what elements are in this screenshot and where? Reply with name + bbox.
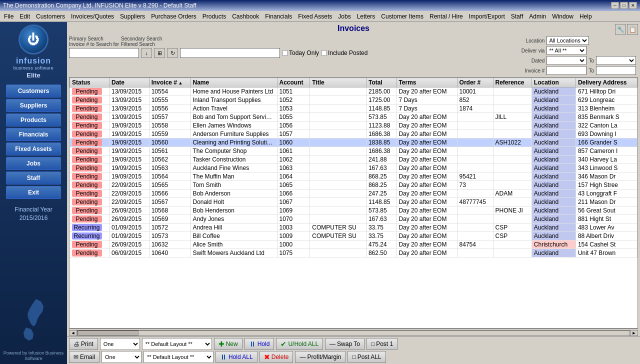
sidebar-item-jobs[interactable]: Jobs	[6, 157, 61, 170]
location-dropdown[interactable]: All Locations	[546, 36, 589, 45]
menu-item-financials[interactable]: Financials	[262, 12, 295, 21]
scroll-right-button[interactable]: ►	[630, 330, 638, 336]
table-row[interactable]: Pending13/09/201510556Action Travel10531…	[70, 104, 638, 113]
horizontal-scrollbar[interactable]: ◄ ►	[69, 328, 638, 336]
email-layout-select[interactable]: ** Default Layout **	[144, 351, 214, 363]
delete-button[interactable]: ✖ Delete	[260, 351, 294, 363]
col-reference[interactable]: Reference	[493, 78, 532, 88]
table-row[interactable]: Pending19/09/201510560Cleaning and Print…	[70, 138, 638, 147]
menu-item-rentalhire[interactable]: Rental / Hire	[426, 12, 466, 21]
uhold-all-button[interactable]: ✔ U/Hold ALL	[276, 338, 323, 350]
menu-item-jobs[interactable]: Jobs	[335, 12, 354, 21]
menu-item-purchaseorders[interactable]: Purchase Orders	[148, 12, 200, 21]
close-button[interactable]: ✕	[629, 2, 637, 9]
menu-item-help[interactable]: Help	[576, 12, 595, 21]
sidebar-item-suppliers[interactable]: Suppliers	[6, 99, 61, 112]
table-row[interactable]: Recurring01/09/201510572Andrea Hill1003C…	[70, 224, 638, 232]
menu-item-file[interactable]: File	[1, 12, 16, 21]
minimize-button[interactable]: ─	[611, 2, 619, 9]
table-row[interactable]: Pending13/09/201510554Home and House Pai…	[70, 88, 638, 96]
title-bar-buttons[interactable]: ─ □ ✕	[611, 2, 637, 9]
today-only-check[interactable]: Today Only	[282, 50, 319, 56]
new-button[interactable]: ✚ New	[214, 338, 242, 350]
deliver-via-dropdown[interactable]: ** All **	[546, 46, 586, 55]
table-row[interactable]: Pending19/09/201510563Auckland Fine Wine…	[70, 164, 638, 172]
post-all-button[interactable]: □ Post ALL	[348, 351, 386, 363]
col-total[interactable]: Total	[366, 78, 396, 88]
col-terms[interactable]: Terms	[396, 78, 457, 88]
table-row[interactable]: Pending06/09/201510640Swift Mowers Auckl…	[70, 249, 638, 258]
include-posted-check[interactable]: Include Posted	[321, 50, 368, 56]
dated-to-dropdown[interactable]	[596, 56, 636, 65]
menu-item-window[interactable]: Window	[549, 12, 576, 21]
table-row[interactable]: Pending22/09/201510565Tom Smith1065868.2…	[70, 181, 638, 190]
today-only-checkbox[interactable]	[282, 50, 288, 56]
scroll-track[interactable]	[77, 330, 630, 336]
swap-to-button[interactable]: — Swap To	[325, 338, 364, 350]
menu-item-staff[interactable]: Staff	[508, 12, 526, 21]
sidebar-item-fixed-assets[interactable]: Fixed Assets	[6, 142, 61, 156]
print-button[interactable]: Print	[69, 338, 98, 350]
sidebar-item-products[interactable]: Products	[6, 114, 61, 126]
print-quantity-select-1[interactable]: OneAll	[100, 338, 140, 350]
menu-item-suppliers[interactable]: Suppliers	[117, 12, 148, 21]
table-row[interactable]: Pending22/09/201510567Donald Holt1067114…	[70, 198, 638, 206]
table-row[interactable]: Pending26/09/201510632Alice Smith1000475…	[70, 240, 638, 249]
search-action-button[interactable]: ⊞	[154, 48, 165, 58]
hold-button[interactable]: ⏸ Hold	[244, 338, 274, 350]
menu-item-letters[interactable]: Letters	[354, 12, 378, 21]
col-name[interactable]: Name	[190, 78, 277, 88]
menu-item-products[interactable]: Products	[200, 12, 229, 21]
dated-from-dropdown[interactable]	[546, 56, 586, 65]
table-row[interactable]: Pending13/09/201510555Inland Transport S…	[70, 96, 638, 104]
menu-item-edit[interactable]: Edit	[16, 12, 33, 21]
search-sort-button[interactable]: ↓	[141, 48, 152, 58]
col-location[interactable]: Location	[532, 78, 576, 88]
sidebar-item-exit[interactable]: Exit	[6, 186, 61, 199]
table-row[interactable]: Pending19/09/201510562Tasker Constructio…	[70, 156, 638, 164]
print-layout-select-1[interactable]: ** Default Layout **	[142, 338, 212, 350]
invoice-num-to-input[interactable]	[596, 66, 636, 75]
table-row[interactable]: Recurring01/09/201510573Bill Coffee1009C…	[70, 232, 638, 240]
search-refresh-button[interactable]: ↻	[167, 48, 178, 58]
menu-item-customers[interactable]: Customers	[33, 12, 68, 21]
primary-search-input[interactable]	[69, 48, 139, 58]
table-row[interactable]: Pending22/09/201510566Bob Anderson106624…	[70, 190, 638, 198]
menu-item-admin[interactable]: Admin	[526, 12, 549, 21]
col-delivery[interactable]: Delivery Address	[576, 78, 637, 88]
toolbar-icon-2[interactable]: 📋	[627, 24, 638, 35]
table-row[interactable]: Pending19/09/201510558Ellen James Window…	[70, 122, 638, 130]
sidebar-item-financials[interactable]: Financials	[6, 128, 61, 141]
sidebar-item-staff[interactable]: Staff	[6, 172, 61, 184]
post1-button[interactable]: □ Post 1	[366, 338, 398, 350]
email-quantity-select[interactable]: OneAll	[102, 351, 142, 363]
table-row[interactable]: Pending26/09/201510568Bob Henderson10695…	[70, 206, 638, 215]
secondary-search-input[interactable]	[180, 48, 280, 58]
email-button[interactable]: Email	[69, 351, 100, 363]
menu-item-importexport[interactable]: Import/Export	[466, 12, 508, 21]
include-posted-checkbox[interactable]	[321, 50, 327, 56]
invoices-table-container[interactable]: Status Date Invoice # Name Account Title…	[69, 77, 638, 328]
maximize-button[interactable]: □	[620, 2, 628, 9]
col-invoice[interactable]: Invoice #	[149, 78, 190, 88]
invoice-num-from-input[interactable]	[546, 66, 586, 75]
table-row[interactable]: Pending19/09/201510559Anderson Furniture…	[70, 130, 638, 138]
table-row[interactable]: Pending19/09/201510564The Muffin Man1064…	[70, 172, 638, 181]
col-status[interactable]: Status	[70, 78, 110, 88]
scroll-left-button[interactable]: ◄	[69, 330, 77, 336]
profit-margin-button[interactable]: — Profit/Margin	[295, 351, 346, 363]
col-order[interactable]: Order #	[457, 78, 493, 88]
menu-item-cashbook[interactable]: Cashbook	[229, 12, 262, 21]
sidebar-item-customers[interactable]: Customers	[6, 84, 61, 98]
table-row[interactable]: Pending13/09/201510557Bob and Tom Suppor…	[70, 113, 638, 122]
scroll-thumb[interactable]	[78, 330, 138, 336]
table-row[interactable]: Pending26/09/201510569Andy Jones1070167.…	[70, 215, 638, 224]
menu-item-fixedassets[interactable]: Fixed Assets	[295, 12, 335, 21]
table-row[interactable]: Pending19/09/201510561The Computer Shop1…	[70, 147, 638, 156]
hold-all-button[interactable]: ⏸ Hold ALL	[216, 351, 258, 363]
col-date[interactable]: Date	[110, 78, 150, 88]
menu-item-customeritems[interactable]: Customer Items	[378, 12, 426, 21]
toolbar-icon-1[interactable]: 🔧	[615, 24, 626, 35]
menu-item-invoicesquotes[interactable]: Invoices/Quotes	[68, 12, 117, 21]
col-account[interactable]: Account	[277, 78, 310, 88]
